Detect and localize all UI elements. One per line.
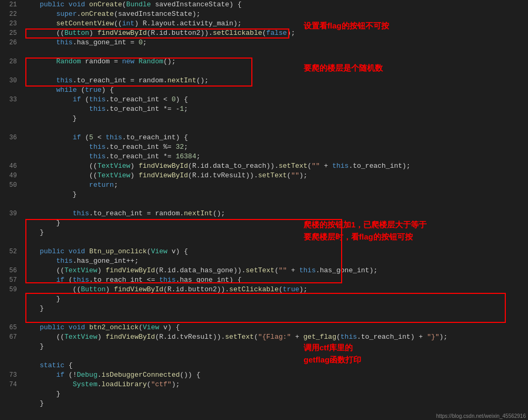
line-57: 57 if (this.to_reach_int <= this.has_gon… xyxy=(0,275,528,285)
line-52: 52 public void Btn_up_onclick(View v) { xyxy=(0,247,528,256)
line-51a: } xyxy=(0,190,528,199)
line-39: 39 this.to_reach_int = random.nextInt(); xyxy=(0,209,528,218)
line-68: } xyxy=(0,342,528,351)
line-75: } xyxy=(0,389,528,399)
line-65: 65 public void btn2_onclick(View v) { xyxy=(0,323,528,332)
line-74: 74 System.loadLibrary("ctf"); xyxy=(0,380,528,389)
line-static: static { xyxy=(0,361,528,370)
empty-line-27 xyxy=(0,47,528,57)
watermark: https://blog.csdn.net/weixin_45562916 xyxy=(436,413,526,419)
line-50: 50 return; xyxy=(0,180,528,190)
annotation-climb-btn: 爬楼的按钮加1，已爬楼层大于等于要爬楼层时，看flag的按钮可按 xyxy=(304,219,427,243)
line-23: 23 setContentView((int) R.layout.activit… xyxy=(0,19,528,28)
empty-line-29 xyxy=(0,66,528,76)
line-28: 28 Random random = new Random(); xyxy=(0,57,528,66)
line-49: 49 ((TextView) findViewById(R.id.tvResul… xyxy=(0,171,528,180)
line-37: this.to_reach_int %= 32; xyxy=(0,142,528,152)
line-67: 67 ((TextView) findViewById(R.id.tvResul… xyxy=(0,332,528,342)
line-59: 59 ((Button) findViewById(R.id.button2))… xyxy=(0,285,528,294)
empty-62 xyxy=(0,313,528,323)
empty-35b xyxy=(0,123,528,133)
empty-69 xyxy=(0,351,528,361)
empty-51b xyxy=(0,199,528,209)
line-53: this.has_gone_int++; xyxy=(0,256,528,266)
line-73: 73 if (!Debug.isDebuggerConnected()) { xyxy=(0,370,528,380)
line-76: } xyxy=(0,399,528,408)
line-33: 33 if (this.to_reach_int < 0) { xyxy=(0,95,528,104)
line-46: 46 ((TextView) findViewById(R.id.data_to… xyxy=(0,161,528,171)
line-35: } xyxy=(0,114,528,123)
line-38: this.to_reach_int *= 16384; xyxy=(0,152,528,161)
annotation-set-flag-btn: 设置看flag的按钮不可按 xyxy=(304,20,389,31)
empty-51c xyxy=(0,237,528,247)
line-31: while (true) { xyxy=(0,85,528,95)
line-60: } xyxy=(0,294,528,304)
line-26: 26 this.has_gone_int = 0; xyxy=(0,38,528,47)
line-21: 21 public void onCreate(Bundle savedInst… xyxy=(0,0,528,9)
annotation-random-floor: 要爬的楼层是个随机数 xyxy=(304,62,383,73)
line-25: 25 ((Button) findViewById(R.id.button2))… xyxy=(0,28,528,38)
line-61: } xyxy=(0,304,528,313)
line-56: 56 ((TextView) findViewById(R.id.data_ha… xyxy=(0,266,528,275)
line-22: 22 super.onCreate(savedInstanceState); xyxy=(0,9,528,19)
annotation-get-flag: 调用ctf库里的getflag函数打印 xyxy=(304,342,361,366)
line-34: this.to_reach_int *= -1; xyxy=(0,104,528,114)
line-40: } xyxy=(0,218,528,228)
code-container: 21 public void onCreate(Bundle savedInst… xyxy=(0,0,528,420)
line-30: 30 this.to_reach_int = random.nextInt(); xyxy=(0,76,528,85)
line-36: 36 if (5 < this.to_reach_int) { xyxy=(0,133,528,142)
line-41: } xyxy=(0,228,528,237)
